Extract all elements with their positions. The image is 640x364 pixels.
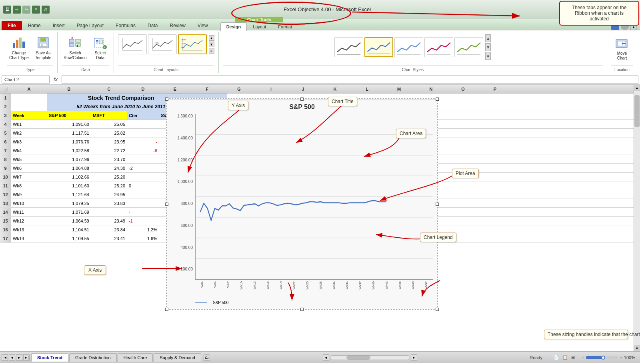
sheet-tab-health-care[interactable]: Health Care [118, 353, 153, 362]
sizing-handle-mr[interactable] [436, 203, 439, 206]
chart-style-1[interactable] [334, 37, 363, 57]
print-button[interactable]: 🖨 [42, 6, 50, 14]
layout-more[interactable]: ≡ [209, 48, 214, 54]
zoom-thumb[interactable] [601, 356, 605, 360]
col-header-M[interactable]: M [383, 85, 415, 93]
view-page-break[interactable]: ⊞ [571, 355, 575, 360]
sizing-handle-br[interactable] [436, 308, 439, 311]
style-scroll-down[interactable]: ▼ [485, 43, 491, 51]
tab-data[interactable]: Data [142, 21, 164, 30]
scroll-down-button[interactable]: ▼ [634, 345, 640, 351]
view-page-layout[interactable]: 📋 [562, 355, 568, 360]
col-header-L[interactable]: L [351, 85, 383, 93]
move-chart-button[interactable]: MoveChart [611, 34, 633, 62]
tab-file[interactable]: File [2, 21, 22, 30]
scroll-up-button[interactable]: ▲ [634, 85, 640, 91]
cell-A2[interactable] [11, 102, 47, 111]
col-header-H[interactable]: I [255, 85, 287, 93]
layout-scroll-up[interactable]: ▲ [209, 35, 214, 41]
hscroll-left[interactable]: ◄ [323, 354, 329, 361]
layout-scroll-down[interactable]: ▼ [209, 42, 214, 47]
redo-button[interactable]: ↪ [22, 6, 30, 14]
zoom-in-button[interactable]: + [620, 355, 622, 360]
switch-row-column-button[interactable]: SwitchRow/Column [62, 34, 88, 62]
chart-styles-content: ▲ ▼ ≡ [334, 33, 491, 66]
zoom-out-button[interactable]: − [582, 355, 584, 360]
move-chart-label: MoveChart [617, 51, 627, 61]
col-header-J[interactable]: J [287, 85, 319, 93]
hscroll-right[interactable]: ► [411, 354, 417, 361]
hscroll-track[interactable] [330, 355, 410, 360]
tab-review[interactable]: Review [164, 21, 191, 30]
zoom-slider[interactable] [586, 356, 618, 359]
tab-insert[interactable]: Insert [47, 21, 71, 30]
style-more[interactable]: ≡ [485, 52, 491, 60]
col-header-N[interactable]: N [415, 85, 447, 93]
tab-layout[interactable]: Layout [247, 22, 272, 31]
col-header-P[interactable]: P [479, 85, 511, 93]
select-data-button[interactable]: + SelectData [91, 34, 110, 62]
horizontal-scrollbar[interactable]: ◄ ► [323, 354, 417, 361]
view-normal[interactable]: 📄 [554, 355, 559, 360]
sizing-handle-ml[interactable] [165, 203, 168, 206]
last-tab-button[interactable]: ►| [23, 354, 30, 361]
sheet-tab-grade-distribution[interactable]: Grade Distribution [69, 353, 117, 362]
cell-B3: S&P 500 [47, 111, 91, 120]
col-header-O[interactable]: O [447, 85, 479, 93]
name-box[interactable] [2, 76, 50, 84]
tab-view[interactable]: View [192, 21, 214, 30]
chart-style-4[interactable] [424, 37, 453, 57]
col-header-C[interactable]: C [91, 85, 127, 93]
chart-style-3[interactable] [394, 37, 423, 57]
zoom-control[interactable]: − + 100% [582, 355, 635, 360]
change-chart-type-button[interactable]: ChangeChart Type [7, 34, 31, 62]
scroll-track[interactable] [634, 91, 640, 345]
formula-input[interactable] [62, 76, 638, 84]
add-sheet-button[interactable]: 🗂 [204, 354, 210, 361]
sizing-handle-bc[interactable] [300, 308, 304, 311]
sizing-handle-bl[interactable] [165, 308, 168, 311]
tab-format[interactable]: Format [272, 22, 298, 31]
cell-A1[interactable] [11, 93, 47, 102]
save-button[interactable]: 💾 [3, 6, 11, 14]
quick-access-toolbar[interactable]: 💾 ↩ ↪ ▼ 🖨 [3, 6, 50, 14]
cell-A14: Wk11 [11, 208, 47, 217]
chart-layout-1[interactable] [118, 34, 147, 54]
col-header-A[interactable]: A [11, 85, 47, 93]
tab-design[interactable]: Design [220, 22, 247, 31]
chart-layout-3[interactable]: 1600 1200 800 [178, 34, 207, 54]
cell-D4[interactable] [127, 120, 159, 129]
tab-page-layout[interactable]: Page Layout [71, 21, 110, 30]
sizing-handle-tl[interactable] [165, 97, 168, 101]
undo-button[interactable]: ↩ [13, 6, 21, 14]
prev-tab-button[interactable]: ◄ [9, 354, 15, 361]
vertical-scrollbar[interactable]: ▲ ▼ [634, 85, 640, 351]
cell-B13: 1,079.25 [47, 199, 91, 208]
col-header-G[interactable]: G [223, 85, 255, 93]
first-tab-button[interactable]: |◄ [2, 354, 8, 361]
scroll-thumb[interactable] [634, 95, 640, 127]
chart-style-5[interactable] [454, 37, 483, 57]
style-scroll-up[interactable]: ▲ [485, 34, 491, 42]
sizing-handle-tr[interactable] [436, 97, 439, 101]
save-template-icon [36, 36, 50, 50]
hscroll-thumb[interactable] [346, 356, 370, 360]
col-header-B[interactable]: B [47, 85, 91, 93]
chart-layout-2[interactable]: 1091 [148, 34, 177, 54]
sheet-tab-supply-demand[interactable]: Supply & Demand [154, 353, 201, 362]
col-header-F[interactable]: F [191, 85, 223, 93]
col-header-D[interactable]: D [127, 85, 159, 93]
cell-A17: Wk14 [11, 234, 47, 243]
col-header-E[interactable]: E [159, 85, 191, 93]
col-header-K[interactable]: K [319, 85, 351, 93]
save-as-template-button[interactable]: Save AsTemplate [33, 34, 54, 62]
customize-button[interactable]: ▼ [32, 6, 40, 14]
tab-home[interactable]: Home [22, 21, 47, 30]
sizing-handle-tc[interactable] [300, 97, 304, 101]
ribbon-group-chart-layouts: 1091 1600 1200 800 [114, 32, 219, 73]
tab-navigation[interactable]: |◄ ◄ ► ►| [2, 354, 30, 361]
tab-formulas[interactable]: Formulas [110, 21, 142, 30]
chart-style-2[interactable] [364, 37, 393, 57]
next-tab-button[interactable]: ► [16, 354, 22, 361]
sheet-tab-stock-trend[interactable]: Stock Trend [31, 353, 68, 362]
